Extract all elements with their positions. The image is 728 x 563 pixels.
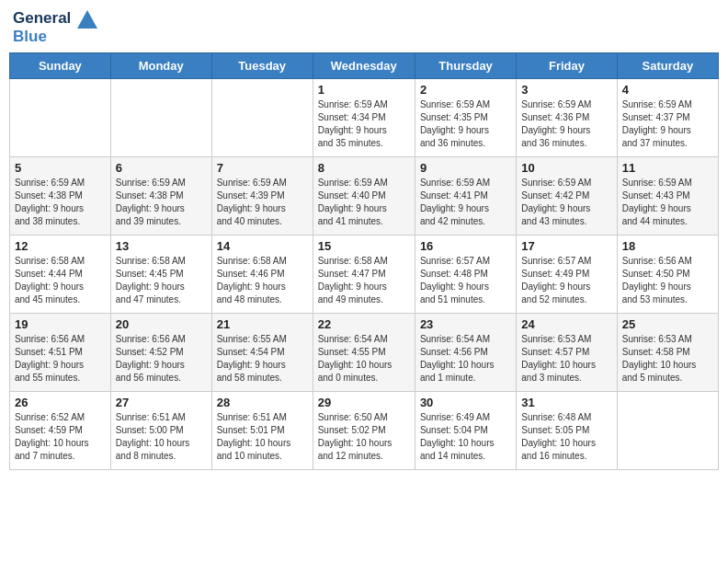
calendar-cell: 9Sunrise: 6:59 AMSunset: 4:41 PMDaylight… <box>415 157 516 236</box>
weekday-header: Sunday <box>10 53 111 79</box>
info-line: and 5 minutes. <box>622 373 683 383</box>
weekday-header: Thursday <box>415 53 516 79</box>
calendar-cell: 16Sunrise: 6:57 AMSunset: 4:48 PMDayligh… <box>415 236 516 314</box>
calendar-cell <box>110 79 211 157</box>
info-line: and 51 minutes. <box>420 294 485 304</box>
info-line: and 48 minutes. <box>217 294 282 304</box>
calendar-cell: 24Sunrise: 6:53 AMSunset: 4:57 PMDayligh… <box>517 314 617 392</box>
weekday-header: Friday <box>517 53 617 79</box>
day-number: 30 <box>420 396 511 409</box>
calendar-cell: 13Sunrise: 6:58 AMSunset: 4:45 PMDayligh… <box>110 236 211 314</box>
day-info: Sunrise: 6:48 AMSunset: 5:05 PMDaylight:… <box>521 411 611 463</box>
info-line: and 37 minutes. <box>622 138 688 148</box>
day-number: 6 <box>116 161 207 175</box>
info-line: Sunset: 4:43 PM <box>622 190 690 201</box>
info-line: Daylight: 9 hours <box>318 203 387 213</box>
calendar-cell: 15Sunrise: 6:58 AMSunset: 4:47 PMDayligh… <box>313 236 415 314</box>
info-line: Sunset: 5:02 PM <box>318 425 386 435</box>
day-number: 9 <box>420 161 511 175</box>
day-number: 5 <box>15 161 106 175</box>
day-number: 25 <box>622 317 713 331</box>
info-line: Daylight: 9 hours <box>420 203 489 213</box>
calendar-cell: 11Sunrise: 6:59 AMSunset: 4:43 PMDayligh… <box>617 157 718 236</box>
info-line: and 39 minutes. <box>116 216 181 226</box>
calendar-cell: 3Sunrise: 6:59 AMSunset: 4:36 PMDaylight… <box>517 79 617 157</box>
day-info: Sunrise: 6:51 AMSunset: 5:00 PMDaylight:… <box>116 411 207 463</box>
info-line: Daylight: 9 hours <box>217 282 286 292</box>
info-line: Sunset: 4:44 PM <box>15 269 83 279</box>
info-line: and 43 minutes. <box>521 216 586 226</box>
day-info: Sunrise: 6:49 AMSunset: 5:04 PMDaylight:… <box>420 411 511 463</box>
info-line: Sunset: 4:49 PM <box>521 269 589 279</box>
info-line: Sunrise: 6:54 AM <box>420 334 490 344</box>
info-line: Daylight: 9 hours <box>521 203 590 213</box>
calendar-cell: 14Sunrise: 6:58 AMSunset: 4:46 PMDayligh… <box>211 236 313 314</box>
day-info: Sunrise: 6:58 AMSunset: 4:47 PMDaylight:… <box>318 255 410 306</box>
day-info: Sunrise: 6:50 AMSunset: 5:02 PMDaylight:… <box>318 411 410 463</box>
calendar-cell <box>617 392 718 470</box>
info-line: Sunrise: 6:58 AM <box>116 256 186 266</box>
info-line: Daylight: 9 hours <box>15 282 84 292</box>
calendar-table: SundayMondayTuesdayWednesdayThursdayFrid… <box>9 52 719 470</box>
day-info: Sunrise: 6:59 AMSunset: 4:39 PMDaylight:… <box>217 177 308 228</box>
day-number: 14 <box>217 239 308 253</box>
calendar-cell: 17Sunrise: 6:57 AMSunset: 4:49 PMDayligh… <box>517 236 617 314</box>
calendar-cell: 18Sunrise: 6:56 AMSunset: 4:50 PMDayligh… <box>617 236 718 314</box>
info-line: and 0 minutes. <box>318 373 379 383</box>
calendar-cell: 8Sunrise: 6:59 AMSunset: 4:40 PMDaylight… <box>313 157 415 236</box>
info-line: Sunrise: 6:59 AM <box>622 99 692 109</box>
info-line: Sunset: 4:42 PM <box>521 190 589 201</box>
info-line: Sunrise: 6:53 AM <box>521 334 591 344</box>
day-number: 17 <box>521 239 611 253</box>
day-number: 26 <box>15 396 106 409</box>
info-line: Daylight: 9 hours <box>622 282 691 292</box>
logo-blue: Blue <box>13 29 97 46</box>
day-number: 23 <box>420 317 511 331</box>
day-info: Sunrise: 6:57 AMSunset: 4:49 PMDaylight:… <box>521 255 611 306</box>
calendar-header: SundayMondayTuesdayWednesdayThursdayFrid… <box>10 53 719 79</box>
calendar-cell: 10Sunrise: 6:59 AMSunset: 4:42 PMDayligh… <box>517 157 617 236</box>
info-line: Sunset: 4:48 PM <box>420 269 488 279</box>
logo-icon <box>77 10 97 29</box>
info-line: Sunrise: 6:58 AM <box>318 256 388 266</box>
calendar-cell: 7Sunrise: 6:59 AMSunset: 4:39 PMDaylight… <box>211 157 313 236</box>
day-number: 22 <box>318 317 410 331</box>
info-line: Daylight: 10 hours <box>318 438 392 448</box>
calendar-cell: 29Sunrise: 6:50 AMSunset: 5:02 PMDayligh… <box>313 392 415 470</box>
info-line: Daylight: 9 hours <box>217 203 286 213</box>
info-line: Daylight: 9 hours <box>318 125 387 135</box>
info-line: and 8 minutes. <box>116 451 176 461</box>
info-line: Sunrise: 6:57 AM <box>420 256 490 266</box>
day-info: Sunrise: 6:52 AMSunset: 4:59 PMDaylight:… <box>15 411 106 463</box>
logo-general: General <box>13 9 71 27</box>
info-line: and 3 minutes. <box>521 373 582 383</box>
info-line: Daylight: 9 hours <box>116 203 185 213</box>
calendar-cell: 25Sunrise: 6:53 AMSunset: 4:58 PMDayligh… <box>617 314 718 392</box>
info-line: and 45 minutes. <box>15 294 80 304</box>
day-info: Sunrise: 6:59 AMSunset: 4:38 PMDaylight:… <box>116 177 207 228</box>
info-line: and 36 minutes. <box>420 138 485 148</box>
info-line: Sunset: 4:55 PM <box>318 347 386 357</box>
info-line: Daylight: 10 hours <box>521 438 596 448</box>
info-line: Sunset: 4:54 PM <box>217 347 285 357</box>
info-line: Sunrise: 6:55 AM <box>217 334 287 344</box>
info-line: Sunrise: 6:56 AM <box>116 334 186 344</box>
day-number: 1 <box>318 83 410 97</box>
info-line: Sunrise: 6:59 AM <box>420 178 490 188</box>
calendar-cell: 21Sunrise: 6:55 AMSunset: 4:54 PMDayligh… <box>211 314 313 392</box>
calendar-cell: 31Sunrise: 6:48 AMSunset: 5:05 PMDayligh… <box>517 392 617 470</box>
info-line: Sunset: 4:38 PM <box>15 190 83 201</box>
info-line: Sunset: 4:41 PM <box>420 190 488 201</box>
info-line: Sunrise: 6:50 AM <box>318 412 388 422</box>
info-line: and 35 minutes. <box>318 138 383 148</box>
info-line: Sunrise: 6:52 AM <box>15 412 85 422</box>
info-line: and 10 minutes. <box>217 451 282 461</box>
info-line: Daylight: 10 hours <box>420 360 495 370</box>
calendar-cell: 2Sunrise: 6:59 AMSunset: 4:35 PMDaylight… <box>415 79 516 157</box>
day-info: Sunrise: 6:58 AMSunset: 4:46 PMDaylight:… <box>217 255 308 306</box>
day-number: 29 <box>318 396 410 409</box>
day-info: Sunrise: 6:54 AMSunset: 4:55 PMDaylight:… <box>318 333 410 385</box>
info-line: and 44 minutes. <box>622 216 688 226</box>
day-number: 7 <box>217 161 308 175</box>
info-line: and 38 minutes. <box>15 216 80 226</box>
